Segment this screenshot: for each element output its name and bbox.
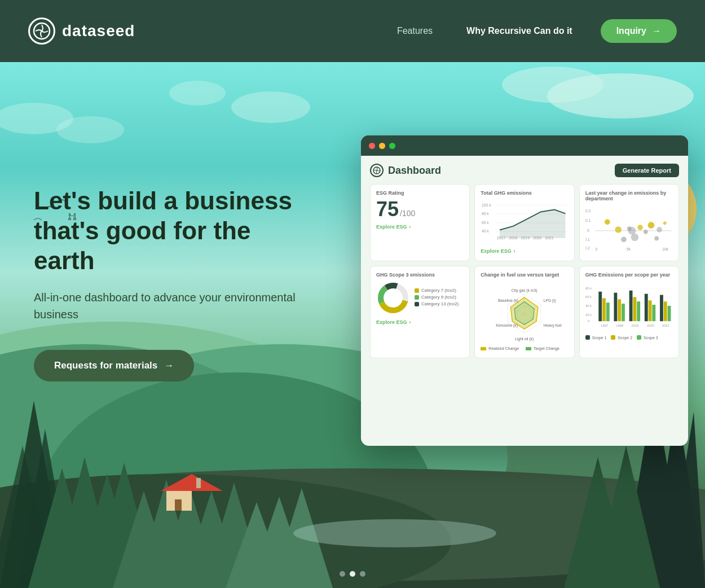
fuel-legend: Realized Change Target Change [481, 346, 568, 352]
esg-explore-link[interactable]: Explore ESG › [376, 224, 464, 230]
svg-text:0: 0 [588, 319, 589, 323]
dashboard-bottom-row: GHG Scope 3 emissions Category 7 (tco2) [370, 266, 679, 358]
svg-rect-108 [598, 292, 602, 321]
svg-text:2017: 2017 [497, 236, 505, 240]
svg-text:80 k: 80 k [585, 287, 592, 290]
esg-card-title: ESG Rating [376, 190, 464, 196]
svg-text:60 k: 60 k [585, 295, 592, 299]
scatter-chart: 0.2 0.1 0 -0.1 -0.2 [585, 205, 673, 253]
inquiry-button[interactable]: Inquiry → [601, 19, 677, 43]
svg-point-68 [628, 227, 636, 235]
svg-point-69 [637, 225, 643, 230]
nav-features[interactable]: Features [397, 26, 433, 36]
svg-rect-120 [660, 295, 663, 322]
dashboard-header: Dashboard Generate Report [370, 164, 679, 177]
traffic-light-green [389, 143, 395, 149]
svg-text:1997: 1997 [601, 324, 608, 327]
traffic-light-yellow [379, 143, 385, 149]
svg-rect-111 [614, 293, 617, 321]
bar-chart: 80 k 60 k 40 k 20 k 0 [585, 281, 673, 332]
svg-point-65 [605, 220, 610, 225]
svg-point-76 [663, 221, 667, 225]
svg-text:40 k: 40 k [482, 229, 489, 233]
dash-logo-icon [370, 164, 384, 177]
svg-text:2016: 2016 [631, 324, 638, 327]
donut-legend: Category 7 (tco2) Category 9 (tco2) Cate… [415, 288, 459, 308]
svg-text:0.1: 0.1 [585, 218, 591, 222]
svg-rect-118 [648, 300, 651, 321]
svg-point-73 [621, 237, 627, 243]
svg-text:2018: 2018 [509, 236, 518, 240]
fuel-use-card: Change in fuel use versus target [474, 266, 574, 358]
hero-subtitle: All-in-one dashboard to advance your env… [34, 289, 305, 323]
svg-rect-114 [629, 291, 632, 321]
radar-chart: City gas (k m3) LPG (t) Heavy fuel Light… [481, 281, 568, 343]
svg-point-3 [231, 91, 310, 123]
traffic-light-red [369, 143, 375, 149]
svg-text:2021: 2021 [545, 236, 554, 240]
ghg-explore-link[interactable]: Explore ESG › [481, 248, 568, 254]
svg-rect-110 [606, 302, 610, 321]
svg-point-43 [293, 519, 496, 547]
hero-background: 𐃀 Let's build a business that's good for… [0, 62, 705, 588]
svg-rect-112 [618, 299, 621, 321]
scope3-explore-link[interactable]: Explore ESG › [376, 319, 464, 325]
logo-text: dataseed [62, 22, 135, 40]
svg-text:40 k: 40 k [585, 304, 592, 308]
pagination-dot-1[interactable] [340, 571, 345, 577]
svg-rect-115 [633, 297, 636, 321]
last-year-change-card: Last year change in emissions by departm… [579, 184, 679, 261]
logo-area: dataseed [28, 17, 397, 45]
svg-text:0: 0 [595, 247, 597, 251]
fuel-use-title: Change in fuel use versus target [481, 272, 568, 278]
svg-rect-122 [667, 306, 671, 321]
svg-rect-117 [645, 294, 648, 322]
pagination-dot-3[interactable] [360, 571, 365, 577]
svg-rect-116 [637, 301, 640, 321]
svg-point-71 [647, 222, 654, 229]
svg-point-4 [169, 81, 226, 106]
hero-content: Let's build a business that's good for t… [34, 186, 305, 381]
svg-text:1998: 1998 [616, 324, 623, 327]
svg-point-66 [615, 226, 622, 233]
svg-text:0: 0 [587, 229, 589, 232]
svg-point-2 [502, 67, 603, 103]
svg-rect-121 [663, 301, 667, 321]
svg-point-75 [654, 236, 659, 241]
dashboard-mockup: Dashboard Generate Report ESG Rating 75 … [361, 135, 688, 446]
svg-text:Baseline (k): Baseline (k) [498, 299, 518, 303]
nav-links: Features Why Recursive Can do it [397, 26, 572, 36]
svg-text:100 k: 100 k [482, 203, 491, 207]
ghg-line-chart: 100 k 80 k 60 k 40 k 2 [481, 199, 568, 242]
pagination-dots [340, 571, 365, 577]
svg-rect-40 [175, 499, 182, 511]
dashboard-title: Dashboard [388, 165, 441, 177]
generate-report-button[interactable]: Generate Report [615, 164, 679, 177]
svg-point-70 [644, 230, 648, 234]
svg-text:10k: 10k [662, 247, 669, 251]
nav-why[interactable]: Why Recursive Can do it [466, 26, 572, 36]
svg-text:0.2: 0.2 [585, 209, 591, 213]
pagination-dot-2[interactable] [350, 571, 355, 577]
request-materials-button[interactable]: Requests for materials → [34, 350, 194, 381]
svg-text:-0.1: -0.1 [585, 238, 590, 242]
svg-text:5k: 5k [626, 247, 631, 251]
ghg-scope-title: GHG Emissions per scope per year [585, 272, 673, 278]
dashboard-top-row: ESG Rating 75 /100 Explore ESG › Total G… [370, 184, 679, 261]
donut-wrap: Category 7 (tco2) Category 9 (tco2) Cate… [376, 281, 464, 315]
mockup-titlebar [361, 135, 688, 156]
svg-text:LPG (t): LPG (t) [544, 299, 556, 303]
esg-denom: /100 [400, 209, 415, 218]
dashboard-inner: Dashboard Generate Report ESG Rating 75 … [361, 156, 688, 446]
svg-text:2021: 2021 [662, 324, 669, 327]
svg-point-84 [384, 289, 402, 307]
bar-legend: Scope 1 Scope 2 Scope 3 [585, 335, 673, 341]
esg-score: 75 [376, 199, 399, 220]
svg-text:2019: 2019 [521, 236, 530, 240]
svg-text:60 k: 60 k [482, 221, 489, 225]
logo-icon [28, 17, 55, 45]
total-ghg-title: Total GHG emissions [481, 190, 568, 196]
hero-title: Let's build a business that's good for t… [34, 186, 305, 275]
svg-text:80 k: 80 k [482, 212, 489, 216]
scope3-title: GHG Scope 3 emissions [376, 272, 464, 278]
